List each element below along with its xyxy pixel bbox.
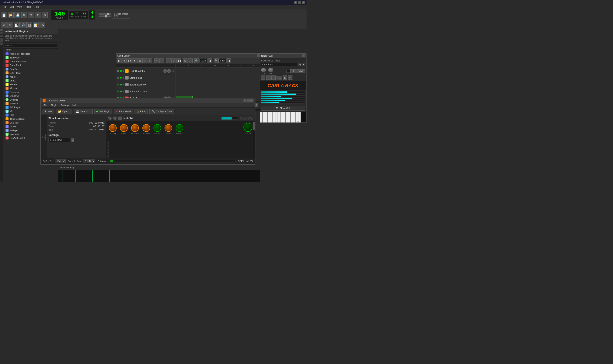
time-sig[interactable]: 4 4 — [89, 10, 95, 20]
carla-vol-knob[interactable] — [261, 68, 266, 72]
computer-icon[interactable] — [0, 43, 2, 45]
project-notes-btn[interactable]: 📝 — [33, 22, 39, 28]
menu-tools[interactable]: Tools — [24, 5, 33, 9]
song-select-btn[interactable]: ⬚ — [159, 58, 164, 63]
inst-item-carla-patchbay[interactable]: Carla Patchbay — [3, 60, 58, 63]
song-bar-btn[interactable]: 🔍 — [214, 58, 218, 63]
envmod-knob[interactable] — [142, 124, 150, 132]
carla-new-btn[interactable]: ★ New — [42, 109, 54, 114]
track-mute-beat[interactable] — [123, 84, 124, 85]
piano-key-b5[interactable] — [293, 112, 296, 122]
carla-open-btn[interactable]: 📁 Open... — [56, 109, 72, 114]
close-btn[interactable]: × — [302, 1, 305, 4]
carla-menu-plugin[interactable]: Plugin — [49, 104, 59, 107]
song-export-btn[interactable]: ⬆ — [148, 58, 152, 63]
plugin-scrollbar[interactable] — [253, 121, 255, 158]
piano-key-d5[interactable] — [280, 112, 283, 122]
piano-key-d4[interactable] — [262, 112, 265, 122]
save-btn[interactable]: 💾 — [14, 12, 20, 18]
song-editor-btn[interactable]: ♫ — [1, 22, 7, 28]
accent-knob[interactable] — [164, 124, 172, 132]
effects-btn[interactable]: 🔊 — [20, 22, 26, 28]
menu-help[interactable]: Help — [33, 5, 41, 9]
carla-left-arrow-btn[interactable]: ◀ — [298, 63, 301, 66]
carla-lmms-minimize-btn[interactable]: − — [244, 99, 246, 102]
inst-item-nescaline[interactable]: Nescaline — [3, 90, 58, 94]
minimize-btn[interactable]: − — [294, 1, 297, 4]
piano-roll-btn[interactable]: 🎹 — [14, 22, 20, 28]
song-pencil-btn[interactable]: ✏ — [154, 58, 159, 63]
carla-save-btn[interactable]: SAVE — [297, 69, 305, 73]
plugin-settings-btn[interactable] — [118, 117, 122, 120]
song-back-btn[interactable]: ◀◀ — [177, 58, 181, 63]
piano-key-e5[interactable] — [283, 112, 286, 122]
maximize-btn[interactable]: □ — [298, 1, 301, 4]
song-editor-maximize-btn[interactable]: □ — [257, 54, 260, 57]
carla-lmms-maximize-btn[interactable]: □ — [247, 99, 250, 102]
export-btn[interactable]: ⬆ — [28, 12, 34, 18]
carla-right-arrow-btn[interactable]: ▶ — [302, 63, 305, 66]
plugin-power-btn[interactable]: ⏻ — [108, 117, 111, 120]
cutoff-knob[interactable] — [120, 124, 128, 132]
piano-key-a5[interactable] — [290, 112, 293, 122]
track-vol-knob-tripleoscillator[interactable] — [163, 69, 167, 73]
plugin-icon-2[interactable] — [244, 117, 246, 120]
zoom-in-btn[interactable]: 🔍 — [21, 12, 27, 18]
bpm-down-btn[interactable]: ▼ — [71, 140, 74, 142]
song-forward-btn[interactable]: → — [166, 58, 171, 63]
mixer-btn[interactable]: ▤ — [27, 22, 32, 28]
inst-item-freeboy[interactable]: FreeBoy — [3, 67, 58, 71]
menu-file[interactable]: File — [1, 5, 8, 9]
zoom-display[interactable]: 100% — [199, 59, 207, 62]
song-zoom-btn[interactable]: 🔍 — [194, 58, 199, 63]
song-timeline2-btn[interactable]: ⬚ — [188, 58, 193, 63]
piano-key-a4[interactable] — [273, 112, 275, 122]
song-grid-btn[interactable]: ⊞ — [137, 58, 142, 63]
carla-remove-all-btn[interactable]: ✕ Remove All — [114, 109, 133, 114]
song-loop-btn[interactable]: ↺ — [171, 58, 176, 63]
track-mute-automation[interactable] — [123, 91, 124, 92]
tempo-display[interactable]: 140 TEMPO — [51, 10, 68, 20]
plugin-icon-1[interactable] — [240, 117, 243, 120]
carla-menu-settings[interactable]: Settings — [59, 104, 71, 107]
carla-fx2-btn[interactable]: FX — [276, 76, 282, 79]
inst-item-gig-player[interactable]: GIG Player — [3, 71, 58, 75]
piano-key-f5[interactable] — [286, 112, 288, 122]
inst-item-kicker[interactable]: Kicker — [3, 75, 58, 79]
carla-menu-help[interactable]: Help — [71, 104, 79, 107]
carla-add-plugin-btn[interactable]: + Add Plugin — [94, 109, 112, 114]
carla-rack-close-btn[interactable]: × — [302, 54, 305, 57]
buffer-size-select[interactable]: 256 512 128 — [55, 159, 66, 163]
carla-name-input[interactable] — [261, 63, 297, 66]
song-record-btn[interactable]: ● — [122, 58, 127, 63]
piano-key-g4[interactable] — [270, 112, 273, 122]
home-dir-icon[interactable] — [0, 40, 2, 42]
piano-key-e4[interactable] — [265, 112, 268, 122]
inst-item-monstro[interactable]: Monstro — [3, 86, 58, 90]
carla-mix-btn[interactable]: ▤ — [283, 76, 287, 80]
volume-knob[interactable] — [176, 124, 183, 132]
carla-env-btn[interactable]: ↗ — [266, 76, 271, 80]
piano-key-b4[interactable] — [275, 112, 278, 122]
song-timeline-btn[interactable]: ⊕ — [183, 58, 188, 63]
song-zoom-arrow-btn[interactable]: ◀ — [207, 58, 212, 63]
track-mute-sample[interactable] — [123, 77, 124, 79]
song-bar-arrow-btn[interactable]: ◀ — [227, 58, 231, 63]
track-mute-tripleoscillator[interactable] — [123, 70, 124, 72]
plugin-icon-4[interactable] — [250, 117, 253, 120]
carla-fx-btn[interactable]: FX — [290, 69, 296, 73]
carla-dots-btn[interactable]: ⋯ — [288, 76, 292, 80]
export2-btn[interactable]: ⬆ — [35, 12, 41, 18]
inst-item-opulenz[interactable]: OpulenZ — [3, 94, 58, 98]
track-gear-tripleoscillator[interactable]: ⚙ — [117, 69, 119, 73]
carla-panic-btn[interactable]: ⚠ Panic — [135, 109, 148, 114]
track-gear-automation[interactable]: ⚙ — [117, 90, 119, 93]
plugin-scroll-thumb[interactable] — [253, 122, 255, 130]
carla-pan-knob[interactable] — [268, 68, 273, 72]
my-projects-icon[interactable] — [0, 32, 2, 34]
song-record-while-playing-btn[interactable]: ▶● — [127, 58, 132, 63]
plugin-record-btn[interactable] — [113, 117, 117, 120]
my-presets-icon[interactable] — [0, 38, 2, 40]
song-stop-btn[interactable]: ■ — [132, 58, 137, 63]
new-btn[interactable]: 📄 — [1, 12, 7, 18]
